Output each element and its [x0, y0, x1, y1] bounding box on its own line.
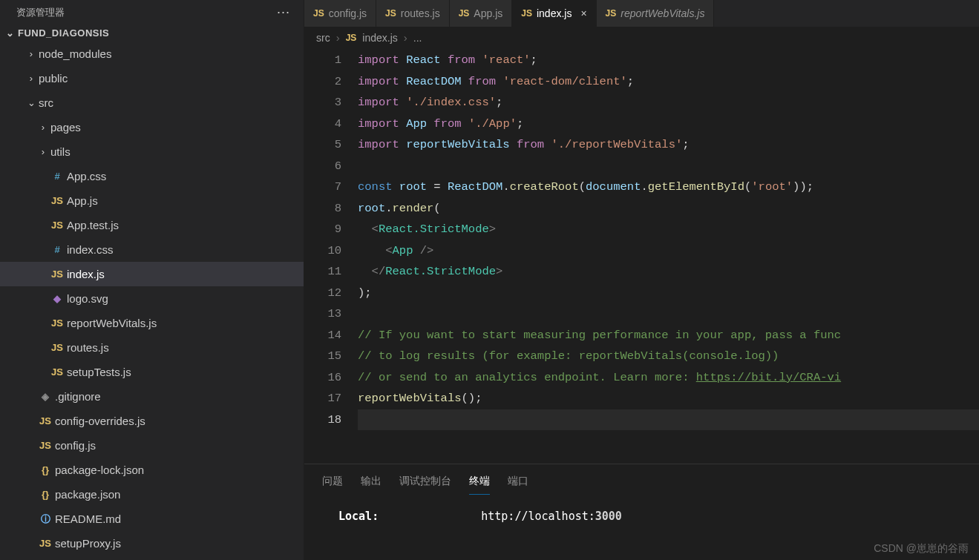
line-number: 5	[304, 134, 341, 156]
close-icon[interactable]: ×	[580, 7, 586, 19]
file-item[interactable]: {}package-lock.json	[0, 458, 304, 482]
js-icon: JS	[37, 440, 53, 451]
line-number: 6	[304, 156, 341, 177]
tree-item-label: README.md	[53, 513, 121, 525]
code-line: import App from './App';	[358, 113, 979, 135]
file-item[interactable]: JSApp.js	[0, 188, 304, 213]
file-item[interactable]: JSsetupTests.js	[0, 360, 304, 384]
line-number: 2	[304, 71, 341, 93]
json-icon: {}	[37, 489, 53, 500]
tree-item-label: src	[37, 96, 53, 109]
file-item[interactable]: #index.css	[0, 237, 304, 262]
editor-area: JSconfig.jsJSroutes.jsJSApp.jsJSindex.js…	[304, 0, 979, 560]
file-item[interactable]: ◆logo.svg	[0, 286, 304, 311]
code-line: const root = ReactDOM.createRoot(documen…	[358, 177, 979, 198]
file-item[interactable]: JSindex.js	[0, 262, 304, 286]
code-editor[interactable]: 123456789101112131415161718 import React…	[304, 48, 979, 464]
css-icon: #	[49, 171, 65, 182]
json-icon: {}	[37, 464, 53, 475]
file-item[interactable]: JSApp.test.js	[0, 213, 304, 237]
js-icon: JS	[37, 538, 53, 549]
editor-tab[interactable]: JSApp.js	[450, 0, 513, 27]
file-item[interactable]: {}package.json	[0, 482, 304, 507]
code-line	[358, 303, 979, 325]
chevron-down-icon: ⌄	[25, 97, 37, 108]
code-line	[358, 156, 979, 177]
file-item[interactable]: ⓘREADME.md	[0, 507, 304, 531]
js-icon: JS	[459, 8, 470, 19]
terminal-label: Local:	[338, 510, 379, 523]
panel-tab[interactable]: 问题	[322, 472, 343, 495]
folder-item[interactable]: ›node_modules	[0, 42, 304, 66]
tree-item-label: reportWebVitals.js	[65, 317, 157, 329]
info-icon: ⓘ	[37, 513, 53, 526]
tree-item-label: App.css	[65, 170, 106, 182]
js-icon: JS	[49, 342, 65, 353]
code-content[interactable]: import React from 'react';import ReactDO…	[358, 50, 979, 464]
file-item[interactable]: JSconfig-overrides.js	[0, 409, 304, 433]
js-icon: JS	[49, 269, 65, 280]
tree-item-label: package-lock.json	[53, 464, 144, 476]
line-number: 18	[304, 409, 341, 431]
tree-item-label: index.css	[65, 243, 114, 256]
editor-tab[interactable]: JSconfig.js	[304, 0, 376, 27]
file-item[interactable]: JSsetupProxy.js	[0, 531, 304, 556]
file-item[interactable]: ◈.gitignore	[0, 384, 304, 409]
tab-label: index.js	[537, 7, 572, 19]
watermark-text: CSDN @崽崽的谷雨	[874, 542, 969, 556]
tree-item-label: node_modules	[37, 47, 111, 60]
panel-tabs: 问题输出调试控制台终端端口	[304, 464, 979, 495]
file-item[interactable]: JSroutes.js	[0, 335, 304, 360]
breadcrumb[interactable]: src › JS index.js › ...	[304, 27, 979, 48]
panel-tab[interactable]: 输出	[361, 472, 382, 495]
file-item[interactable]: #App.css	[0, 164, 304, 188]
tab-label: reportWebVitals.js	[621, 7, 704, 19]
js-icon: JS	[385, 8, 396, 19]
explorer-header: 资源管理器 ···	[0, 0, 304, 26]
code-line	[358, 409, 979, 431]
breadcrumb-part: index.js	[362, 32, 397, 44]
folder-item[interactable]: ›utils	[0, 139, 304, 164]
js-icon: JS	[49, 220, 65, 231]
folder-item[interactable]: ⌄src	[0, 90, 304, 115]
tree-item-label: routes.js	[65, 341, 109, 354]
chevron-right-icon: ›	[404, 31, 407, 44]
tree-item-label: App.test.js	[65, 219, 119, 231]
panel-tab[interactable]: 端口	[508, 472, 528, 495]
line-number: 9	[304, 219, 341, 240]
chevron-right-icon: ›	[336, 31, 340, 44]
code-line: reportWebVitals();	[358, 388, 979, 409]
project-root-row[interactable]: ⌄ FUND_DIAGONSIS	[0, 26, 304, 42]
line-number: 7	[304, 177, 341, 198]
code-line: // to log results (for example: reportWe…	[358, 346, 979, 367]
line-number: 13	[304, 303, 341, 325]
js-icon: JS	[606, 8, 617, 19]
line-number: 11	[304, 261, 341, 283]
line-number: 4	[304, 113, 341, 135]
tree-item-label: setupProxy.js	[53, 537, 121, 550]
code-line: );	[358, 283, 979, 304]
breadcrumb-part: ...	[413, 32, 422, 44]
line-number: 1	[304, 50, 341, 71]
tree-item-label: public	[37, 72, 68, 85]
file-item[interactable]: JSreportWebVitals.js	[0, 311, 304, 335]
chevron-right-icon: ›	[37, 122, 49, 133]
explorer-more-icon[interactable]: ···	[277, 4, 290, 20]
tree-item-label: config-overrides.js	[53, 415, 145, 427]
explorer-title: 资源管理器	[16, 6, 65, 19]
tree-item-label: pages	[49, 121, 81, 134]
editor-tab[interactable]: JSroutes.js	[376, 0, 450, 27]
code-line: <App />	[358, 240, 979, 262]
line-number: 12	[304, 283, 341, 304]
tab-label: routes.js	[401, 7, 440, 19]
panel-tab[interactable]: 终端	[469, 472, 490, 495]
editor-tab[interactable]: JSreportWebVitals.js	[597, 0, 715, 27]
file-item[interactable]: JSconfig.js	[0, 433, 304, 458]
folder-item[interactable]: ›public	[0, 66, 304, 90]
line-number: 10	[304, 240, 341, 262]
code-line: <React.StrictMode>	[358, 219, 979, 240]
folder-item[interactable]: ›pages	[0, 115, 304, 139]
panel-tab[interactable]: 调试控制台	[399, 472, 451, 495]
js-icon: JS	[49, 366, 65, 378]
editor-tab[interactable]: JSindex.js×	[512, 0, 596, 27]
